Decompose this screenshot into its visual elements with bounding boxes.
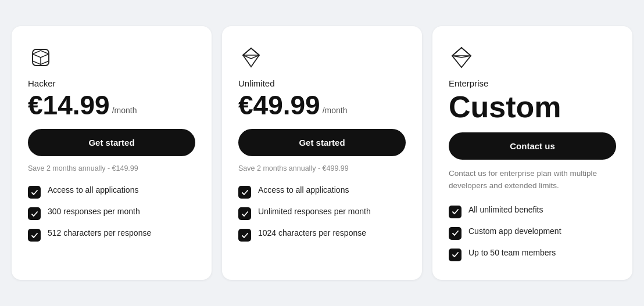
unlimited-period: /month bbox=[323, 106, 348, 115]
check-icon-2 bbox=[28, 207, 41, 220]
enterprise-plan-name: Enterprise bbox=[449, 78, 616, 88]
unlimited-cta-button[interactable]: Get started bbox=[238, 129, 406, 156]
unlimited-feature-3: 1024 characters per response bbox=[238, 228, 406, 242]
check-icon-3 bbox=[28, 229, 41, 242]
check-icon-u2 bbox=[238, 207, 251, 220]
enterprise-card: Enterprise Custom Contact us Contact us … bbox=[432, 26, 632, 280]
unlimited-card: Unlimited €49.99 /month Get started Save… bbox=[222, 26, 422, 280]
hacker-features-list: Access to all applications 300 responses… bbox=[28, 185, 195, 242]
check-icon-e1 bbox=[449, 206, 461, 218]
enterprise-price: Custom bbox=[449, 92, 616, 122]
enterprise-feature-2: Custom app development bbox=[449, 226, 616, 240]
enterprise-description: Contact us for enterprise plan with mult… bbox=[449, 168, 616, 192]
hacker-cta-button[interactable]: Get started bbox=[28, 129, 195, 156]
hacker-feature-2: 300 responses per month bbox=[28, 207, 195, 220]
enterprise-cta-button[interactable]: Contact us bbox=[449, 132, 616, 160]
unlimited-icon bbox=[238, 45, 264, 70]
unlimited-feature-2: Unlimited responses per month bbox=[238, 207, 406, 220]
unlimited-save-text: Save 2 months annually - €499.99 bbox=[238, 164, 406, 172]
unlimited-price: €49.99 bbox=[238, 92, 320, 118]
hacker-price: €14.99 bbox=[28, 92, 110, 118]
hacker-feature-1: Access to all applications bbox=[28, 185, 195, 199]
enterprise-icon bbox=[449, 45, 474, 70]
svg-marker-4 bbox=[243, 48, 259, 67]
unlimited-features-list: Access to all applications Unlimited res… bbox=[238, 185, 406, 242]
hacker-period: /month bbox=[112, 106, 137, 115]
hacker-feature-3: 512 characters per response bbox=[28, 228, 195, 242]
unlimited-price-row: €49.99 /month bbox=[238, 92, 406, 118]
svg-marker-5 bbox=[243, 48, 259, 59]
check-icon-e3 bbox=[449, 249, 461, 261]
hacker-save-text: Save 2 months annually - €149.99 bbox=[28, 164, 195, 172]
enterprise-feature-1: All unlimited benefits bbox=[449, 205, 616, 218]
enterprise-features-list: All unlimited benefits Custom app develo… bbox=[449, 205, 616, 261]
enterprise-feature-3: Up to 50 team members bbox=[449, 248, 616, 261]
check-icon-e2 bbox=[449, 227, 461, 240]
hacker-card: Hacker €14.99 /month Get started Save 2 … bbox=[12, 26, 212, 280]
pricing-container: Hacker €14.99 /month Get started Save 2 … bbox=[12, 26, 632, 280]
check-icon-1 bbox=[28, 186, 41, 199]
unlimited-plan-name: Unlimited bbox=[238, 78, 406, 88]
check-icon-u3 bbox=[238, 229, 251, 242]
hacker-icon bbox=[28, 45, 53, 70]
hacker-price-row: €14.99 /month bbox=[28, 92, 195, 118]
hacker-plan-name: Hacker bbox=[28, 78, 195, 88]
check-icon-u1 bbox=[238, 186, 251, 199]
unlimited-feature-1: Access to all applications bbox=[238, 185, 406, 199]
